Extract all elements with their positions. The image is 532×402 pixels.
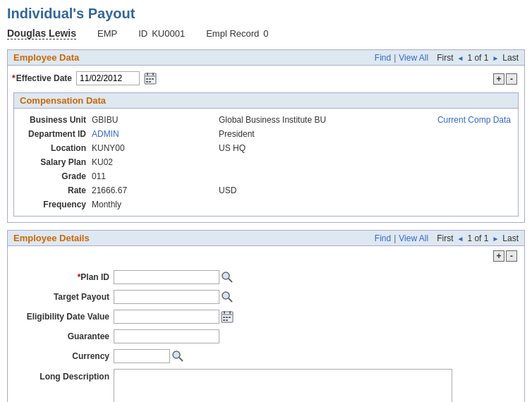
svg-point-11 — [222, 292, 229, 299]
svg-rect-21 — [226, 319, 228, 321]
next-page-btn[interactable] — [491, 54, 500, 62]
target-payout-input[interactable] — [114, 290, 219, 304]
comp-row-value: ADMIN — [92, 129, 219, 139]
employee-details-nav: Find | View All First 1 of 1 Last — [375, 233, 519, 243]
details-fields: *Plan ID Target Payout Eligibility — [8, 263, 524, 402]
svg-point-9 — [222, 272, 229, 279]
details-last-label: Last — [502, 233, 519, 243]
svg-rect-5 — [149, 78, 151, 80]
guarantee-input[interactable] — [114, 329, 219, 343]
employee-type-value: EMP — [97, 28, 117, 39]
svg-line-12 — [229, 298, 232, 302]
svg-rect-18 — [226, 317, 228, 318]
empl-record-label: Empl Record — [206, 28, 259, 39]
comp-row-value: Monthly — [92, 200, 219, 209]
comp-row: Grade011 — [14, 169, 518, 183]
details-next-page-btn[interactable] — [491, 234, 500, 243]
plan-id-search-icon[interactable] — [221, 271, 234, 284]
comp-row-label: Business Unit — [21, 115, 92, 125]
comp-row-value: 21666.67 — [92, 185, 219, 195]
comp-row-desc: USD — [219, 185, 360, 195]
employee-details-section: Employee Details Find | View All First 1… — [7, 230, 525, 402]
comp-row-value: KU02 — [92, 157, 219, 167]
long-desc-label: Long Description — [15, 369, 114, 382]
long-desc-row: Long Description — [8, 366, 524, 402]
currency-row: Currency — [8, 346, 524, 366]
comp-row-desc: US HQ — [219, 143, 360, 153]
effective-date-input[interactable] — [76, 71, 140, 85]
employee-details-header: Employee Details Find | View All First 1… — [8, 231, 524, 246]
svg-rect-16 — [229, 311, 231, 314]
prev-page-btn[interactable] — [456, 54, 464, 62]
svg-rect-8 — [149, 81, 151, 83]
comp-row-label: Salary Plan — [21, 157, 92, 167]
target-payout-search-icon[interactable] — [221, 291, 234, 303]
comp-row-label: Rate — [21, 185, 92, 195]
view-all-link[interactable]: View All — [399, 53, 428, 63]
svg-line-23 — [179, 358, 183, 361]
employee-details-add-remove: + - — [490, 249, 520, 263]
eligibility-calendar-icon[interactable] — [221, 310, 234, 323]
comp-row-value-link[interactable]: ADMIN — [92, 129, 119, 139]
svg-rect-2 — [147, 73, 148, 75]
details-first-label: First — [437, 233, 453, 243]
svg-rect-1 — [145, 75, 156, 77]
details-page-info: 1 of 1 — [467, 233, 488, 243]
comp-fields: Business UnitGBIBUGlobal Business Instit… — [14, 109, 518, 216]
svg-rect-14 — [222, 314, 233, 315]
comp-row-extra[interactable]: Current Comp Data — [437, 115, 511, 125]
employee-name: Douglas Lewis — [7, 28, 76, 39]
svg-rect-20 — [223, 319, 225, 321]
plan-id-label: *Plan ID — [15, 272, 114, 282]
find-link[interactable]: Find — [375, 53, 391, 63]
employee-data-section: Employee Data Find | View All First 1 of… — [7, 49, 525, 223]
svg-rect-17 — [223, 317, 225, 318]
eligibility-date-label: Eligibility Date Value — [15, 312, 114, 322]
employee-data-body: Effective Date + — [8, 66, 524, 217]
comp-row: FrequencyMonthly — [14, 197, 518, 212]
svg-rect-4 — [146, 78, 148, 80]
effective-date-label: Effective Date — [12, 73, 72, 83]
details-find-link[interactable]: Find — [375, 233, 391, 243]
comp-row-value: GBIBU — [92, 115, 219, 125]
svg-line-10 — [229, 279, 232, 282]
details-add-row-btn[interactable]: + — [493, 250, 504, 262]
currency-input[interactable] — [114, 349, 170, 363]
details-view-all-link[interactable]: View All — [399, 233, 428, 243]
svg-rect-3 — [152, 73, 154, 75]
employee-data-title: Employee Data — [13, 52, 79, 63]
calendar-icon[interactable] — [144, 72, 157, 85]
page-info: 1 of 1 — [467, 53, 488, 63]
employee-data-nav: Find | View All First 1 of 1 Last — [375, 53, 519, 63]
add-row-btn[interactable]: + — [493, 73, 504, 85]
eligibility-date-input[interactable] — [114, 310, 219, 324]
details-remove-row-btn[interactable]: - — [506, 250, 517, 262]
employee-type-field: EMP — [97, 28, 117, 39]
svg-rect-7 — [146, 81, 148, 83]
comp-row-label: Frequency — [21, 200, 92, 209]
remove-row-btn[interactable]: - — [506, 73, 517, 85]
details-prev-page-btn[interactable] — [456, 234, 464, 243]
eligibility-date-row: Eligibility Date Value — [8, 307, 524, 327]
compensation-data-section: Compensation Data Business UnitGBIBUGlob… — [13, 92, 519, 217]
employee-data-add-remove: + - — [490, 72, 520, 86]
currency-search-icon[interactable] — [171, 350, 184, 363]
long-desc-textarea[interactable] — [114, 369, 452, 402]
comp-row-value: 011 — [92, 171, 219, 181]
empl-record-value: 0 — [263, 28, 268, 39]
plan-id-input[interactable] — [114, 270, 219, 284]
current-comp-link[interactable]: Current Comp Data — [437, 115, 511, 125]
comp-section-header: Compensation Data — [14, 93, 518, 109]
comp-row-label: Location — [21, 143, 92, 153]
svg-rect-19 — [229, 317, 231, 318]
target-payout-label: Target Payout — [15, 292, 114, 302]
guarantee-label: Guarantee — [15, 331, 114, 341]
comp-row: Business UnitGBIBUGlobal Business Instit… — [14, 113, 518, 127]
svg-point-22 — [173, 351, 180, 358]
plan-id-row: *Plan ID — [8, 267, 524, 287]
comp-section-title: Compensation Data — [20, 95, 106, 106]
comp-row: Department IDADMINPresident — [14, 127, 518, 141]
empl-record-field: Empl Record 0 — [206, 28, 268, 39]
svg-rect-6 — [152, 78, 154, 80]
currency-label: Currency — [15, 351, 114, 361]
